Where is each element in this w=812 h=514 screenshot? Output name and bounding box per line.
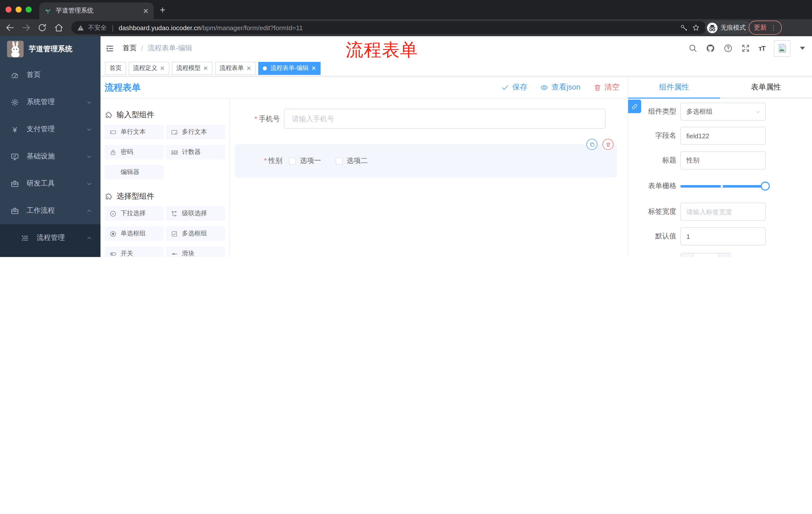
sidebar-item-infra[interactable]: 基础设施 bbox=[0, 143, 100, 170]
component-type-select[interactable]: 多选框组 bbox=[680, 103, 766, 121]
sidebar-item-workflow[interactable]: 工作流程 bbox=[0, 197, 100, 224]
breadcrumb-home[interactable]: 首页 bbox=[123, 44, 137, 53]
palette-item-single-text[interactable]: 单行文本 bbox=[105, 125, 164, 139]
tag-home[interactable]: 首页 bbox=[105, 62, 126, 75]
gear-icon bbox=[10, 98, 19, 106]
palette-item-slider[interactable]: 滑块 bbox=[166, 246, 225, 257]
tag-process-model[interactable]: 流程模型✕ bbox=[172, 62, 212, 75]
sidebar-item-process-form[interactable]: 流程表单 bbox=[0, 251, 100, 257]
textarea-icon bbox=[171, 129, 178, 136]
default-value-input[interactable] bbox=[680, 227, 766, 245]
yen-icon: ¥ bbox=[10, 125, 19, 134]
palette-item-select[interactable]: 下拉选择 bbox=[105, 206, 164, 221]
sidebar-logo[interactable]: 芋道管理系统 bbox=[0, 36, 100, 61]
counter-icon: 123 bbox=[171, 148, 178, 156]
browser-tab-title: 芋道管理系统 bbox=[56, 6, 139, 15]
tab-close-icon[interactable]: ✕ bbox=[143, 7, 149, 14]
incognito-badge: 无痕模式 bbox=[705, 21, 751, 35]
screen: 芋道管理系统 ✕ + 不安全 | dashboard.yudao.iocoder… bbox=[0, 0, 812, 257]
close-icon[interactable]: ✕ bbox=[246, 65, 251, 71]
home-icon[interactable] bbox=[54, 23, 64, 33]
password-key-icon[interactable] bbox=[680, 24, 688, 32]
tab-form-props[interactable]: 表单属性 bbox=[720, 77, 812, 98]
fullscreen-icon[interactable] bbox=[741, 44, 750, 53]
user-avatar[interactable] bbox=[774, 40, 790, 57]
designer-header: 流程表单 保存 查看json 清空 bbox=[100, 77, 628, 99]
decrease-button[interactable]: − bbox=[681, 253, 693, 257]
component-type-row: 组件类型 多选框组 bbox=[628, 103, 774, 121]
view-json-button[interactable]: 查看json bbox=[541, 82, 580, 92]
tag-process-form-edit[interactable]: 流程表单-编辑✕ bbox=[258, 62, 321, 75]
grid-slider[interactable] bbox=[680, 177, 766, 195]
palette-item-switch[interactable]: 开关 bbox=[105, 246, 164, 257]
tag-process-form[interactable]: 流程表单✕ bbox=[215, 62, 256, 75]
help-icon[interactable] bbox=[723, 44, 732, 53]
check-icon bbox=[501, 83, 509, 91]
puzzle-icon bbox=[105, 111, 113, 119]
new-tab-button[interactable]: + bbox=[160, 4, 165, 16]
address-bar[interactable]: 不安全 | dashboard.yudao.iocoder.cn/bpm/man… bbox=[71, 21, 706, 34]
font-size-icon[interactable]: ᴛT bbox=[758, 44, 765, 52]
sidebar-item-process-mgmt[interactable]: 流程管理 bbox=[0, 224, 100, 251]
github-icon[interactable] bbox=[706, 44, 715, 53]
close-icon[interactable]: ✕ bbox=[203, 65, 208, 71]
sidebar-item-system[interactable]: 系统管理 bbox=[0, 88, 100, 116]
grid-row: 表单栅格 bbox=[628, 177, 774, 195]
gender-option2-checkbox[interactable] bbox=[336, 157, 343, 164]
chevron-down-icon bbox=[86, 99, 92, 105]
sidebar-collapse-icon[interactable] bbox=[105, 44, 115, 53]
switch-icon bbox=[110, 250, 117, 257]
active-tab-underline bbox=[628, 98, 720, 99]
sidebar-item-devtools[interactable]: 研发工具 bbox=[0, 170, 100, 197]
clear-button[interactable]: 清空 bbox=[593, 82, 619, 92]
slider-handle[interactable] bbox=[761, 182, 770, 191]
gender-field-label: *性别 bbox=[235, 156, 282, 165]
chevron-up-icon bbox=[86, 208, 92, 214]
gender-option1-checkbox[interactable] bbox=[289, 157, 296, 164]
slider-stop bbox=[721, 185, 723, 187]
url-text: dashboard.yudao.iocoder.cn/bpm/manager/f… bbox=[119, 24, 676, 31]
reload-icon[interactable] bbox=[37, 23, 47, 33]
bookmark-star-icon[interactable] bbox=[692, 24, 700, 32]
sidebar-item-payment[interactable]: ¥ 支付管理 bbox=[0, 116, 100, 143]
incognito-label: 无痕模式 bbox=[721, 23, 746, 32]
title-row: 标题 bbox=[628, 152, 774, 169]
palette-item-counter[interactable]: 123计数器 bbox=[166, 145, 225, 159]
tag-process-definition[interactable]: 流程定义✕ bbox=[128, 62, 169, 75]
palette-item-cascader[interactable]: 级联选择 bbox=[166, 206, 225, 221]
forward-icon[interactable] bbox=[21, 23, 31, 33]
window-minimize-button[interactable] bbox=[16, 6, 22, 12]
field-name-input[interactable] bbox=[680, 127, 766, 145]
props-tabs: 组件属性 表单属性 bbox=[628, 77, 812, 99]
window-zoom-button[interactable] bbox=[26, 6, 32, 12]
palette-item-checkbox-group[interactable]: 多选框组 bbox=[166, 226, 225, 241]
back-icon[interactable] bbox=[5, 23, 15, 33]
gender-option2-label[interactable]: 选项二 bbox=[347, 156, 368, 165]
properties-panel: 组件属性 表单属性 组件类型 多选框组 字段名 bbox=[628, 77, 812, 257]
caret-down-icon[interactable] bbox=[800, 47, 805, 50]
update-button[interactable]: 更新 ⋮ bbox=[749, 21, 782, 35]
search-icon[interactable] bbox=[688, 44, 697, 53]
browser-tabstrip: 芋道管理系统 ✕ + bbox=[0, 0, 812, 19]
window-close-button[interactable] bbox=[5, 6, 11, 12]
browser-tab[interactable]: 芋道管理系统 ✕ bbox=[39, 2, 154, 19]
logo-avatar bbox=[7, 40, 24, 57]
palette-item-multi-text[interactable]: 多行文本 bbox=[166, 125, 225, 139]
input-field-icon bbox=[110, 129, 117, 136]
close-icon[interactable]: ✕ bbox=[311, 65, 316, 71]
palette-item-radio-group[interactable]: 单选框组 bbox=[105, 226, 164, 241]
tab-component-props[interactable]: 组件属性 bbox=[628, 77, 720, 98]
selected-component[interactable]: *性别 选项一 选项二 bbox=[235, 144, 617, 178]
menu-dots-icon[interactable]: ⋮ bbox=[770, 24, 777, 31]
increase-button[interactable]: + bbox=[719, 253, 731, 257]
sidebar-item-home[interactable]: 首页 bbox=[0, 61, 100, 88]
title-input[interactable] bbox=[680, 152, 766, 169]
app-title: 芋道管理系统 bbox=[29, 44, 72, 54]
gender-option1-label[interactable]: 选项一 bbox=[300, 156, 321, 165]
palette-item-editor[interactable]: 编辑器 bbox=[105, 165, 164, 180]
label-width-input[interactable] bbox=[680, 203, 766, 221]
close-icon[interactable]: ✕ bbox=[160, 65, 165, 71]
save-button[interactable]: 保存 bbox=[501, 82, 527, 92]
phone-field-input[interactable] bbox=[284, 109, 606, 129]
palette-item-password[interactable]: 密码 bbox=[105, 145, 164, 159]
